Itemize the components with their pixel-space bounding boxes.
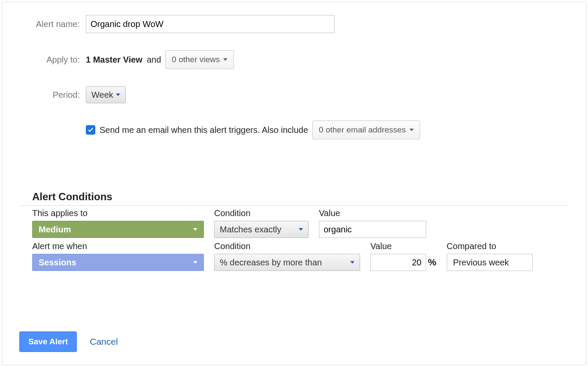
value1-input[interactable] [319, 221, 426, 238]
caret-down-icon [299, 228, 303, 231]
row-email: Send me an email when this alert trigger… [19, 120, 569, 139]
condition1-dropdown[interactable]: Matches exactly [214, 221, 309, 238]
row-period: Period: Week [19, 86, 569, 103]
value2-input[interactable] [370, 254, 426, 271]
row-apply-to: Apply to: 1 Master View and 0 other view… [19, 50, 569, 69]
apply-to-and: and [147, 55, 161, 65]
caret-down-icon [116, 93, 120, 96]
email-checkbox[interactable] [86, 125, 95, 135]
alert-conditions-table: This applies to Medium Condition Matches… [19, 205, 569, 271]
check-icon [88, 127, 94, 133]
condition2-dropdown[interactable]: % decreases by more than [214, 254, 360, 271]
apply-to-main-view: 1 Master View [86, 55, 142, 65]
condition2-label: Condition [214, 241, 360, 251]
email-text: Send me an email when this alert trigger… [100, 125, 308, 135]
compared-to-label: Compared to [447, 241, 533, 251]
caret-down-icon [223, 58, 227, 61]
label-alert-name: Alert name: [19, 19, 86, 29]
alert-me-label: Alert me when [32, 241, 204, 251]
alert-editor-panel: Alert name: Apply to: 1 Master View and … [2, 2, 586, 365]
cancel-link[interactable]: Cancel [90, 337, 118, 347]
alert-me-dropdown[interactable]: Sessions [32, 254, 204, 271]
period-value: Week [91, 90, 113, 100]
alert-me-value: Sessions [39, 258, 76, 268]
other-views-dropdown[interactable]: 0 other views [165, 50, 234, 69]
applies-to-value: Medium [39, 225, 71, 235]
save-alert-button[interactable]: Save Alert [19, 331, 77, 352]
footer-actions: Save Alert Cancel [19, 331, 118, 352]
period-dropdown[interactable]: Week [86, 86, 126, 103]
percent-symbol: % [428, 257, 436, 268]
condition1-value: Matches exactly [220, 225, 281, 235]
other-email-dropdown[interactable]: 0 other email addresses [312, 120, 420, 139]
condition2-value: % decreases by more than [220, 258, 322, 268]
condition1-label: Condition [214, 208, 309, 218]
caret-down-icon [193, 228, 197, 231]
other-views-label: 0 other views [172, 55, 220, 64]
caret-down-icon [409, 129, 414, 131]
compared-to-value: Previous week [453, 258, 509, 268]
label-apply-to: Apply to: [19, 55, 86, 65]
other-email-label: 0 other email addresses [319, 125, 406, 135]
condition-row-1: This applies to Medium Condition Matches… [32, 208, 569, 238]
compared-to-box[interactable]: Previous week [447, 254, 533, 271]
applies-to-label: This applies to [32, 208, 204, 218]
value1-label: Value [319, 208, 426, 218]
value2-label: Value [370, 241, 436, 251]
alert-name-input[interactable] [86, 15, 335, 33]
label-period: Period: [19, 90, 86, 100]
caret-down-icon [350, 261, 355, 264]
applies-to-dropdown[interactable]: Medium [32, 221, 204, 238]
caret-down-icon [193, 261, 197, 264]
row-alert-name: Alert name: [19, 15, 569, 33]
alert-conditions-title: Alert Conditions [19, 191, 569, 203]
condition-row-2: Alert me when Sessions Condition % decre… [32, 241, 569, 271]
